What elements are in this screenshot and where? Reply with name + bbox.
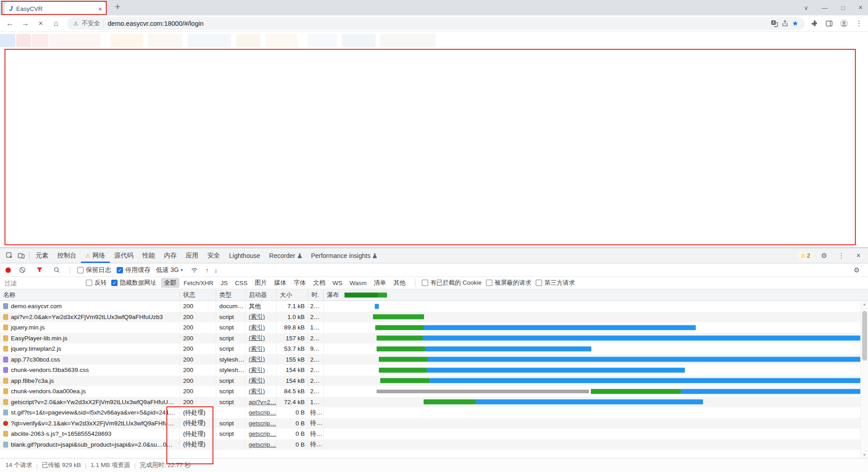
initiator-link[interactable]: (索引) bbox=[249, 377, 265, 385]
devtools-close-icon[interactable]: × bbox=[853, 250, 864, 262]
inspect-element-icon[interactable] bbox=[4, 250, 15, 262]
initiator-link[interactable]: (索引) bbox=[249, 387, 265, 396]
filter-chip[interactable]: 其他 bbox=[390, 278, 409, 288]
devtools-tab-elements[interactable]: 元素 bbox=[31, 248, 53, 263]
blocked-requests-checkbox[interactable] bbox=[486, 280, 492, 286]
table-row[interactable]: chunk-vendors.0aa000ea.js200script(索引)84… bbox=[0, 386, 868, 397]
filter-chip[interactable]: 字体 bbox=[291, 278, 309, 288]
table-row[interactable]: jquery.min.js200script(索引)89.8 kB1… bbox=[0, 322, 868, 333]
issues-warning-badge[interactable]: ⚠ 2 bbox=[798, 252, 813, 259]
filter-funnel-icon[interactable] bbox=[33, 264, 45, 276]
record-button[interactable] bbox=[5, 267, 11, 273]
clear-icon[interactable] bbox=[16, 264, 28, 276]
table-row[interactable]: abclite-2063-s.js?_t=1658555428693(待处理)s… bbox=[0, 429, 868, 439]
tab-search-chevron-icon[interactable]: ∨ bbox=[804, 5, 808, 11]
table-row[interactable]: ?qt=verify&v=2.1&ak=Yw2d3xX2FjVm92tLUx3w… bbox=[0, 418, 868, 429]
stop-loading-button[interactable]: × bbox=[36, 19, 45, 28]
column-header-status[interactable]: 状态 bbox=[180, 289, 216, 300]
scroll-up-icon[interactable]: ▲ bbox=[863, 302, 866, 306]
table-row[interactable]: jquery.timeplan2.js200script(索引)53.7 kB9… bbox=[0, 343, 868, 354]
window-maximize-button[interactable]: □ bbox=[841, 5, 845, 11]
scroll-down-icon[interactable]: ▼ bbox=[863, 453, 866, 457]
network-conditions-icon[interactable] bbox=[189, 264, 200, 276]
preserve-log-checkbox[interactable] bbox=[77, 267, 84, 273]
share-icon[interactable] bbox=[782, 20, 788, 27]
browser-tab[interactable]: J EasyCVR × bbox=[5, 2, 107, 15]
devtools-tab-performance[interactable]: 性能 bbox=[138, 248, 160, 263]
column-header-waterfall[interactable]: 瀑布 bbox=[324, 289, 868, 300]
import-har-icon[interactable]: ↑ bbox=[206, 266, 209, 274]
table-row[interactable]: api?v=2.0&ak=Yw2d3xX2FjVm92tLUx3wfQ9aFHf… bbox=[0, 312, 868, 323]
devtools-tab-recorder[interactable]: Recorder bbox=[264, 248, 307, 263]
filter-chip[interactable]: 全部 bbox=[161, 278, 179, 288]
disable-cache-checkbox[interactable]: ✓ bbox=[117, 267, 123, 273]
throttling-select[interactable]: 低速 3G ▾ bbox=[156, 266, 183, 274]
initiator-link[interactable]: getscrip… bbox=[249, 430, 276, 437]
table-row[interactable]: getscript?v=2.0&ak=Yw2d3xX2FjVm92tLUx3wf… bbox=[0, 397, 868, 408]
network-settings-gear-icon[interactable]: ⚙ bbox=[851, 264, 863, 276]
back-button[interactable]: ← bbox=[5, 19, 14, 28]
devtools-tab-sources[interactable]: 源代码 bbox=[110, 248, 138, 263]
scrollbar-thumb[interactable] bbox=[862, 311, 867, 361]
table-row[interactable]: EasyPlayer-lib.min.js200script(索引)157 kB… bbox=[0, 333, 868, 344]
blocked-cookies-toggle[interactable]: 有已拦截的 Cookie bbox=[422, 279, 481, 287]
table-row[interactable]: st.gif?ts=1&t=pageview&sid=l5xh2v66aya&v… bbox=[0, 407, 868, 418]
table-row[interactable]: chunk-vendors.f3ba5639.css200stylesh…(索引… bbox=[0, 365, 868, 376]
initiator-link[interactable]: (索引) bbox=[249, 313, 265, 321]
new-tab-button[interactable]: + bbox=[115, 1, 120, 12]
devtools-tab-application[interactable]: 应用 bbox=[181, 248, 203, 263]
devtools-tab-performance-insights[interactable]: Performance insights bbox=[307, 248, 382, 263]
browser-menu-dots-icon[interactable]: ⋮ bbox=[855, 19, 863, 28]
initiator-link[interactable]: api?v=2… bbox=[249, 399, 276, 405]
column-header-size[interactable]: 大小 bbox=[277, 289, 308, 300]
device-toolbar-icon[interactable] bbox=[15, 250, 27, 262]
side-panel-icon[interactable] bbox=[826, 20, 833, 27]
devtools-tab-lighthouse[interactable]: Lighthouse bbox=[225, 248, 265, 263]
window-close-button[interactable]: × bbox=[859, 4, 863, 12]
table-row[interactable]: demo.easycvr.com200docum…其他7.1 kB2… bbox=[0, 301, 868, 312]
initiator-link[interactable]: getscrip… bbox=[249, 420, 276, 427]
hide-data-urls-toggle[interactable]: ✓ 隐藏数据网址 bbox=[111, 279, 156, 287]
devtools-menu-dots-icon[interactable]: ⋮ bbox=[835, 250, 847, 262]
forward-button[interactable]: → bbox=[21, 19, 30, 28]
table-row[interactable]: app.77c30bcd.css200stylesh…(索引)155 kB2… bbox=[0, 354, 868, 365]
home-button[interactable]: ⌂ bbox=[52, 19, 61, 28]
window-minimize-button[interactable]: — bbox=[822, 5, 828, 11]
table-row[interactable]: app.f8be7c3a.js200script(索引)154 kB2… bbox=[0, 376, 868, 386]
invert-toggle[interactable]: 反转 bbox=[86, 279, 107, 287]
initiator-link[interactable]: getscrip… bbox=[249, 409, 276, 416]
filter-chip[interactable]: CSS bbox=[232, 279, 251, 287]
table-scrollbar[interactable]: ▲ ▼ bbox=[860, 301, 868, 458]
devtools-tab-console[interactable]: 控制台 bbox=[53, 248, 81, 263]
address-bar[interactable]: ⚠ 不安全 demo.easycvr.com:18000/#/login ★ bbox=[67, 17, 805, 30]
initiator-link[interactable]: (索引) bbox=[249, 334, 265, 342]
table-row[interactable]: blank.gif?product=jsapi&sub_product=jsap… bbox=[0, 439, 868, 450]
filter-chip[interactable]: 文档 bbox=[310, 278, 329, 288]
blocked-cookies-checkbox[interactable] bbox=[422, 280, 428, 286]
devtools-tab-security[interactable]: 安全 bbox=[203, 248, 225, 263]
initiator-link[interactable]: getscrip… bbox=[249, 441, 276, 448]
blocked-requests-toggle[interactable]: 被屏蔽的请求 bbox=[486, 279, 531, 287]
third-party-checkbox[interactable] bbox=[536, 280, 542, 286]
initiator-link[interactable]: (索引) bbox=[249, 345, 265, 353]
extensions-puzzle-icon[interactable] bbox=[811, 20, 818, 27]
tab-close-icon[interactable]: × bbox=[98, 5, 102, 13]
initiator-link[interactable]: (索引) bbox=[249, 355, 265, 363]
initiator-link[interactable]: (索引) bbox=[249, 366, 265, 374]
column-header-type[interactable]: 类型 bbox=[216, 289, 245, 300]
disable-cache-toggle[interactable]: ✓ 停用缓存 bbox=[117, 266, 151, 274]
filter-chip[interactable]: Wasm bbox=[346, 279, 370, 287]
search-icon[interactable] bbox=[51, 264, 62, 276]
filter-chip[interactable]: 清单 bbox=[371, 278, 389, 288]
column-header-time[interactable]: 时. bbox=[308, 289, 324, 300]
preserve-log-toggle[interactable]: 保留日志 bbox=[77, 266, 111, 274]
devtools-settings-gear-icon[interactable]: ⚙ bbox=[818, 250, 830, 262]
column-header-initiator[interactable]: 启动器 bbox=[245, 289, 277, 300]
devtools-tab-memory[interactable]: 内存 bbox=[160, 248, 181, 263]
profile-avatar-icon[interactable] bbox=[840, 19, 848, 28]
security-warning-icon[interactable]: ⚠ bbox=[73, 20, 78, 27]
filter-input[interactable] bbox=[5, 280, 81, 286]
export-har-icon[interactable]: ↓ bbox=[214, 266, 218, 274]
devtools-tab-network[interactable]: ⚠网络 bbox=[81, 248, 110, 263]
filter-chip[interactable]: JS bbox=[217, 279, 231, 287]
